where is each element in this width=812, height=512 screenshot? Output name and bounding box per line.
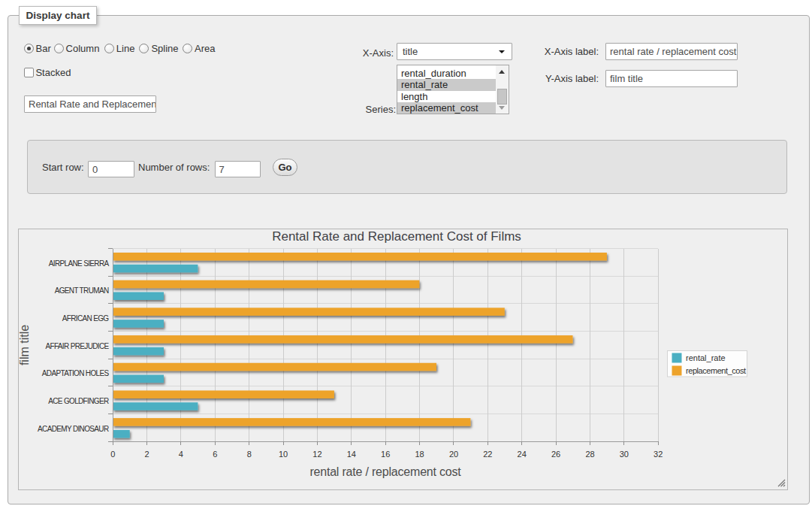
svg-text:2: 2 <box>145 450 149 459</box>
svg-text:replacement_cost: replacement_cost <box>686 366 746 375</box>
svg-text:ACADEMY DINOSAUR: ACADEMY DINOSAUR <box>38 425 109 433</box>
svg-text:rental rate / replacement cost: rental rate / replacement cost <box>309 465 461 478</box>
svg-text:20: 20 <box>449 450 458 459</box>
svg-text:18: 18 <box>415 450 424 459</box>
svg-text:12: 12 <box>312 450 321 459</box>
svg-text:16: 16 <box>381 450 390 459</box>
svg-text:AIRPLANE SIERRA: AIRPLANE SIERRA <box>49 259 110 268</box>
svg-text:32: 32 <box>654 450 663 459</box>
svg-text:AFFAIR PREJUDICE: AFFAIR PREJUDICE <box>45 342 109 350</box>
svg-text:22: 22 <box>483 450 492 459</box>
svg-text:Rental Rate and Replacement Co: Rental Rate and Replacement Cost of Film… <box>272 229 521 244</box>
svg-text:24: 24 <box>518 450 527 459</box>
svg-text:6: 6 <box>213 450 217 459</box>
svg-text:ADAPTATION HOLES: ADAPTATION HOLES <box>42 369 110 377</box>
svg-text:AFRICAN EGG: AFRICAN EGG <box>62 314 110 323</box>
svg-text:ACE GOLDFINGER: ACE GOLDFINGER <box>48 397 109 405</box>
svg-text:film title: film title <box>19 325 31 365</box>
svg-text:30: 30 <box>620 450 629 459</box>
svg-text:10: 10 <box>279 450 288 459</box>
svg-text:AGENT TRUMAN: AGENT TRUMAN <box>55 286 109 295</box>
svg-text:0: 0 <box>110 450 115 459</box>
svg-text:14: 14 <box>347 450 356 459</box>
svg-text:rental_rate: rental_rate <box>686 353 726 362</box>
svg-text:8: 8 <box>247 450 252 459</box>
svg-text:28: 28 <box>585 450 594 459</box>
svg-text:4: 4 <box>179 450 183 459</box>
svg-text:26: 26 <box>551 450 560 459</box>
